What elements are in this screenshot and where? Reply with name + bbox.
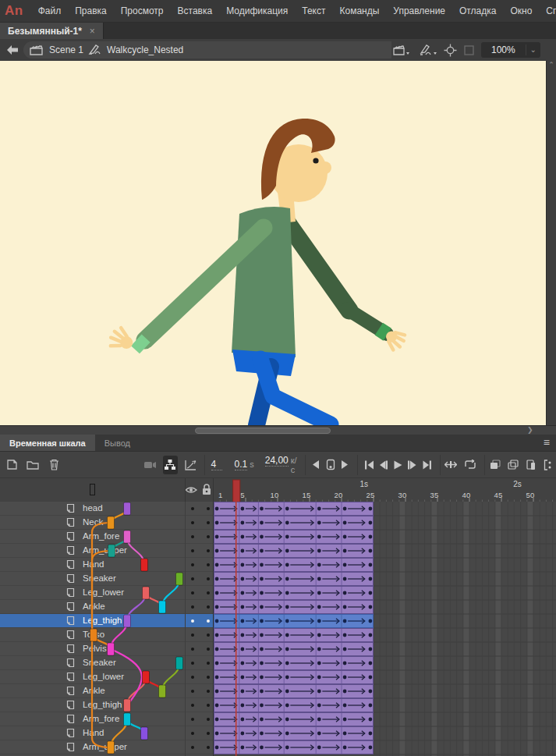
layer-lock-dot[interactable] [207, 648, 210, 651]
layer-lock-dot[interactable] [207, 690, 210, 693]
layer-lock-dot[interactable] [207, 634, 210, 637]
step-forward-button[interactable] [405, 456, 420, 474]
layer-row-leg_lower[interactable]: Leg_lower [0, 586, 214, 600]
layer-lock-dot[interactable] [207, 521, 210, 524]
menu-item-9[interactable]: Окно [503, 5, 539, 16]
show-graph-button[interactable] [183, 456, 198, 474]
layer-lock-dot[interactable] [207, 507, 210, 510]
frame-rate-field[interactable]: 24,00 [265, 455, 289, 467]
layer-lock-dot[interactable] [207, 577, 210, 580]
play-button[interactable] [391, 456, 405, 474]
layer-row-hand[interactable]: Hand [0, 558, 214, 572]
go-to-last-frame-button[interactable] [420, 456, 435, 474]
tab-timeline[interactable]: Временная шкала [0, 435, 95, 451]
menu-item-3[interactable]: Вставка [171, 5, 220, 16]
center-frame-button[interactable] [444, 456, 459, 474]
layer-visibility-dot[interactable] [191, 662, 194, 665]
menu-item-4[interactable]: Модификация [219, 5, 295, 16]
new-folder-button[interactable] [26, 456, 41, 474]
layer-visibility-dot[interactable] [191, 619, 194, 623]
menu-item-10[interactable]: Справка [539, 5, 556, 16]
document-tab[interactable]: Безымянный-1* × [0, 23, 104, 39]
layer-visibility-dot[interactable] [191, 718, 194, 721]
layer-row-arm_fore[interactable]: Arm_fore [0, 712, 214, 726]
layer-visibility-dot[interactable] [191, 605, 194, 609]
stage-canvas[interactable] [0, 61, 546, 425]
menu-item-6[interactable]: Команды [332, 5, 386, 16]
layer-row-arm_fore[interactable]: Arm_fore [0, 530, 214, 544]
layer-lock-dot[interactable] [207, 676, 210, 679]
modify-markers-button[interactable] [541, 456, 556, 474]
layer-lock-dot[interactable] [207, 619, 210, 623]
layer-visibility-dot[interactable] [191, 549, 194, 552]
layer-visibility-dot[interactable] [191, 676, 194, 679]
layer-row-hand[interactable]: Hand [0, 726, 214, 740]
layer-visibility-dot[interactable] [191, 704, 194, 707]
layer-row-ankle[interactable]: Ankle [0, 600, 214, 614]
layer-row-pelvis[interactable]: Pelvis [0, 642, 214, 656]
layer-visibility-dot[interactable] [191, 732, 194, 735]
layer-lock-dot[interactable] [207, 746, 210, 749]
timeline-ruler[interactable]: 151015202530354045501s2s [214, 478, 556, 502]
zoom-dropdown[interactable]: 100% ⌄ [481, 42, 540, 58]
layer-lock-dot[interactable] [207, 718, 210, 721]
menu-item-7[interactable]: Управление [386, 5, 452, 16]
back-arrow-icon[interactable] [6, 44, 19, 55]
layer-row-leg_thigh[interactable]: Leg_thigh [0, 698, 214, 712]
layer-row-ankle[interactable]: Ankle [0, 684, 214, 698]
breadcrumb-scene[interactable]: Scene 1 [49, 44, 83, 55]
layer-visibility-dot[interactable] [191, 535, 194, 538]
layer-visibility-dot[interactable] [191, 690, 194, 693]
layer-visibility-dot[interactable] [191, 507, 194, 510]
frames-grid[interactable] [214, 502, 556, 756]
layer-lock-dot[interactable] [207, 704, 210, 707]
layer-lock-dot[interactable] [207, 535, 210, 538]
step-back-button[interactable] [376, 456, 391, 474]
prev-keyframe-button[interactable] [308, 456, 323, 474]
tab-output[interactable]: Вывод [95, 435, 140, 451]
layer-lock-dot[interactable] [207, 549, 210, 552]
layer-visibility-dot[interactable] [191, 634, 194, 637]
insert-keyframe-button[interactable] [323, 456, 338, 474]
edit-multiple-frames-button[interactable] [523, 456, 538, 474]
camera-button[interactable] [143, 456, 158, 474]
layer-visibility-dot[interactable] [191, 591, 194, 595]
layer-row-neck[interactable]: Neck [0, 516, 214, 530]
new-layer-button[interactable] [5, 456, 19, 474]
onion-skin-outlines-button[interactable] [505, 456, 520, 474]
lock-icon[interactable] [202, 484, 211, 495]
layer-lock-dot[interactable] [207, 662, 210, 665]
scrollbar-thumb[interactable] [195, 428, 331, 434]
menu-item-5[interactable]: Текст [295, 5, 332, 16]
delete-layer-button[interactable] [47, 456, 62, 474]
layer-lock-dot[interactable] [207, 732, 210, 735]
breadcrumb-symbol[interactable]: Walkcycle_Nested [107, 44, 183, 55]
stage-vertical-scrollbar[interactable]: ⌃ [546, 61, 556, 425]
layer-visibility-dot[interactable] [191, 648, 194, 651]
registration-crosshair-icon[interactable] [444, 44, 457, 57]
layer-row-arm_upper[interactable]: Arm_upper [0, 544, 214, 558]
menu-item-1[interactable]: Правка [68, 5, 114, 16]
menu-item-2[interactable]: Просмотр [114, 5, 171, 16]
go-to-first-frame-button[interactable] [361, 456, 376, 474]
scroll-up-icon[interactable]: ⌃ [548, 61, 554, 69]
layer-visibility-dot[interactable] [191, 746, 194, 749]
layer-row-head[interactable]: head [0, 502, 214, 516]
layer-row-sneaker[interactable]: Sneaker [0, 656, 214, 670]
eye-icon[interactable] [185, 485, 197, 495]
elapsed-time-field[interactable]: 0.1 [235, 459, 248, 470]
layer-row-leg_lower[interactable]: Leg_lower [0, 670, 214, 684]
next-keyframe-button[interactable] [338, 456, 352, 474]
layer-lock-dot[interactable] [207, 605, 210, 609]
layer-lock-dot[interactable] [207, 563, 210, 566]
layer-row-sneaker[interactable]: Sneaker [0, 572, 214, 586]
current-frame-field[interactable]: 4 [211, 459, 222, 470]
layer-row-arm_upper[interactable]: Arm_upper [0, 740, 214, 754]
layer-parenting-button[interactable] [163, 456, 178, 474]
layer-row-torso[interactable]: Torso [0, 628, 214, 642]
edit-symbols-icon[interactable] [420, 44, 438, 57]
layer-visibility-dot[interactable] [191, 521, 194, 524]
layer-visibility-dot[interactable] [191, 563, 194, 566]
layer-lock-dot[interactable] [207, 591, 210, 595]
menu-item-8[interactable]: Отладка [452, 5, 503, 16]
